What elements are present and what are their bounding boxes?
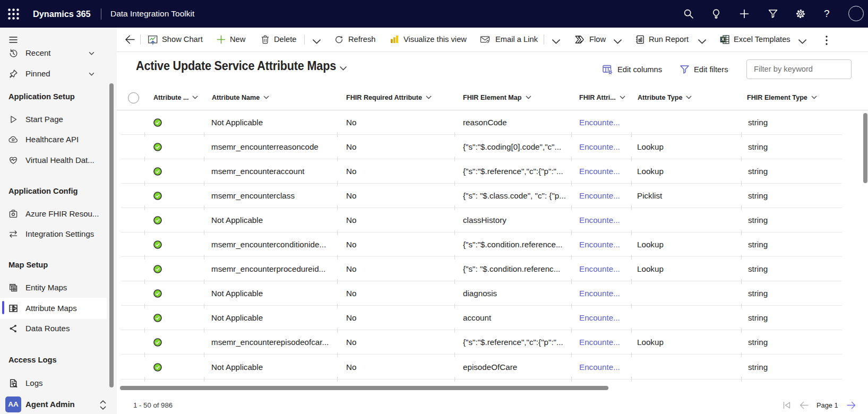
svg-text:X: X bbox=[721, 37, 725, 42]
